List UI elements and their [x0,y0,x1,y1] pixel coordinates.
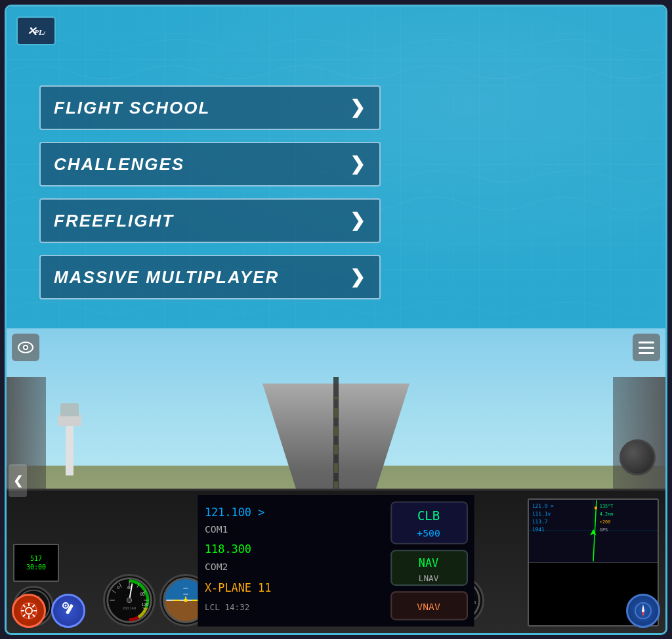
control-tower-head [60,403,79,416]
chevron-right-icon: ❯ [350,99,365,117]
visibility-toggle-button[interactable] [12,334,39,361]
instruments-area: 517 30:00 FUEL [13,495,659,627]
menu-items-list: FLIGHT SCHOOL ❯ CHALLENGES ❯ FREEFLIGHT … [39,85,633,299]
chevron-right-icon-3: ❯ [350,211,365,230]
challenges-label: CHALLENGES [54,154,184,175]
wrench-icon [59,602,77,620]
svg-line-143 [23,615,26,617]
hamburger-line [639,342,654,343]
flight-school-label: FLIGHT SCHOOL [54,98,210,118]
svg-line-142 [33,615,35,617]
control-tower-base [66,423,74,475]
compass-icon [633,601,653,621]
hamburger-menu-button[interactable] [633,334,660,361]
svg-rect-145 [66,604,74,614]
challenges-arrow: ❯ [345,152,369,176]
gps-knob[interactable] [620,439,656,475]
tools-button[interactable] [51,594,85,628]
cockpit-instrument-panel: 517 30:00 FUEL [7,489,665,633]
multiplayer-label: MASSIVE MULTIPLAYER [54,267,279,288]
freeflight-button[interactable]: FREEFLIGHT ❯ [39,198,381,243]
svg-point-136 [26,607,32,614]
menu-section: ✕ PLANE FLIGHT SCHOOL ❯ CHALLENGES ❯ FRE [7,7,665,328]
cockpit-bottom-buttons [12,594,85,628]
chevron-right-icon-2: ❯ [350,155,365,173]
compass-button[interactable] [626,594,660,628]
logo-area: ✕ PLANE [16,16,56,45]
svg-line-144 [33,605,35,607]
flight-school-button[interactable]: FLIGHT SCHOOL ❯ [39,85,381,130]
freeflight-label: FREEFLIGHT [54,211,174,231]
freeflight-arrow: ❯ [345,209,369,232]
hamburger-line [639,347,654,349]
svg-line-141 [23,605,26,607]
settings-button[interactable] [12,594,46,628]
svg-point-151 [642,609,644,612]
svg-point-147 [65,605,67,607]
left-panel-arrow-button[interactable]: ❮ [9,464,27,497]
svg-text:PLANE: PLANE [34,28,45,36]
main-container: ✕ PLANE FLIGHT SCHOOL ❯ CHALLENGES ❯ FRE [5,5,667,635]
flight-school-arrow: ❯ [345,96,369,120]
hamburger-line [639,352,654,354]
eye-icon [18,342,33,353]
multiplayer-button[interactable]: MASSIVE MULTIPLAYER ❯ [39,255,381,299]
xplane-logo-icon: ✕ PLANE [27,22,45,40]
settings-icon [20,602,38,620]
cockpit-section: 517 30:00 FUEL [7,328,665,633]
logo-box: ✕ PLANE [16,16,56,45]
multiplayer-arrow: ❯ [345,265,369,289]
svg-point-134 [24,346,27,349]
chevron-right-icon-4: ❯ [350,268,365,286]
challenges-button[interactable]: CHALLENGES ❯ [39,142,381,187]
